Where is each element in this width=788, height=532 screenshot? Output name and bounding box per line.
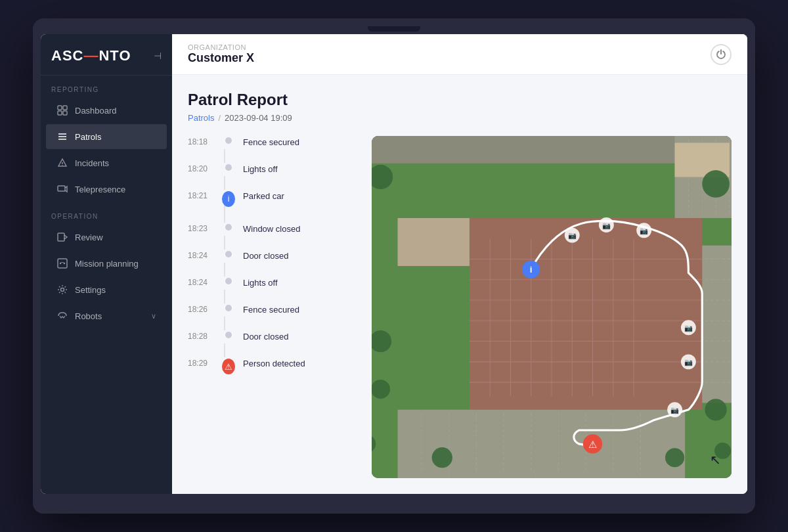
- timeline-dot-wrap: [222, 223, 235, 231]
- review-icon: [56, 231, 68, 243]
- sidebar-item-robots[interactable]: Robots ∨: [46, 303, 167, 328]
- sidebar-item-review[interactable]: Review: [46, 225, 167, 250]
- operation-section-label: OPERATION: [41, 202, 172, 224]
- timeline-dot-wrap: [222, 136, 235, 144]
- svg-point-12: [60, 263, 61, 264]
- patrols-icon: [56, 131, 68, 143]
- timeline-dot: [225, 137, 232, 144]
- sidebar-item-patrols[interactable]: Patrols: [46, 124, 167, 149]
- telepresence-icon: [56, 183, 68, 195]
- sidebar-logo: ASC—NTO ⊣: [41, 34, 172, 76]
- breadcrumb-patrols-link[interactable]: Patrols: [188, 113, 214, 123]
- timeline-label: Window closed: [243, 223, 300, 234]
- timeline-label: Parked car: [243, 190, 284, 201]
- cursor-icon: ↖: [710, 452, 721, 468]
- svg-text:⚠: ⚠: [588, 439, 597, 450]
- timeline-time: 18:23: [188, 223, 214, 233]
- review-label: Review: [75, 233, 103, 242]
- timeline-item[interactable]: 18:18 Fence secured: [188, 136, 359, 163]
- svg-text:📷: 📷: [602, 221, 611, 230]
- org-info: Organization Customer X: [188, 43, 254, 65]
- timeline-dot-wrap: i: [222, 190, 235, 207]
- mission-planning-icon: [56, 257, 68, 269]
- svg-rect-42: [398, 410, 686, 478]
- sidebar-item-settings[interactable]: Settings: [46, 277, 167, 302]
- timeline-dot-wrap: [222, 277, 235, 284]
- timeline-label: Lights off: [243, 277, 278, 288]
- sidebar-item-incidents[interactable]: Incidents: [46, 150, 167, 175]
- timeline-dot: [225, 332, 232, 338]
- timeline-item[interactable]: 18:28 Door closed: [188, 330, 359, 357]
- breadcrumb: Patrols / 2023-09-04 19:09: [188, 113, 732, 123]
- svg-text:📷: 📷: [684, 358, 693, 366]
- svg-rect-1: [63, 106, 67, 110]
- timeline-dot: [225, 251, 232, 257]
- timeline-dot-wrap: [222, 163, 235, 171]
- svg-rect-2: [58, 111, 62, 115]
- svg-point-67: [665, 448, 684, 467]
- settings-label: Settings: [75, 285, 106, 295]
- timeline-label: Door closed: [243, 330, 288, 342]
- sidebar-item-dashboard[interactable]: Dashboard: [46, 98, 167, 123]
- app-logo: ASC—NTO: [51, 47, 131, 64]
- svg-rect-11: [58, 259, 67, 268]
- laptop-screen: ASC—NTO ⊣ REPORTING Dashboard: [41, 34, 747, 494]
- timeline-time: 18:18: [188, 136, 214, 146]
- svg-text:📷: 📷: [670, 406, 680, 414]
- page-title: Patrol Report: [188, 91, 732, 109]
- map-panel[interactable]: i 📷 📷 📷 📷: [372, 136, 732, 478]
- svg-rect-25: [470, 218, 702, 410]
- timeline-time: 18:24: [188, 277, 214, 287]
- robots-icon: [56, 310, 68, 322]
- timeline-label: Lights off: [243, 163, 278, 174]
- timeline-label: Door closed: [243, 250, 288, 261]
- svg-point-8: [62, 165, 62, 166]
- timeline-time: 18:21: [188, 190, 214, 200]
- timeline-dot: [225, 164, 232, 171]
- collapse-button[interactable]: ⊣: [154, 51, 162, 61]
- org-label: Organization: [188, 43, 254, 51]
- sidebar-item-telepresence[interactable]: Telepresence: [46, 177, 167, 202]
- timeline-item[interactable]: 18:29 ⚠ Person detected: [188, 357, 359, 390]
- dashboard-label: Dashboard: [75, 106, 117, 116]
- timeline-item[interactable]: 18:21 i Parked car: [188, 190, 359, 223]
- timeline-label: Person detected: [243, 357, 305, 368]
- timeline-item[interactable]: 18:26 Fence secured: [188, 303, 359, 330]
- timeline-dot: [225, 224, 232, 231]
- timeline-item[interactable]: 18:24 Lights off: [188, 277, 359, 303]
- timeline-dot: [225, 305, 232, 311]
- timeline-time: 18:24: [188, 250, 214, 260]
- svg-text:📷: 📷: [568, 231, 577, 240]
- settings-icon: [56, 284, 68, 296]
- timeline-item[interactable]: 18:23 Window closed: [188, 223, 359, 250]
- svg-text:📷: 📷: [640, 227, 649, 235]
- map-svg: i 📷 📷 📷 📷: [372, 136, 732, 478]
- incidents-label: Incidents: [75, 158, 109, 168]
- robots-label: Robots: [75, 311, 102, 321]
- top-bar: Organization Customer X: [172, 34, 747, 75]
- timeline-dot-wrap: [222, 330, 235, 338]
- aerial-map: i 📷 📷 📷 📷: [372, 136, 732, 478]
- dashboard-icon: [56, 104, 68, 116]
- svg-point-61: [702, 170, 730, 198]
- sidebar-item-mission-planning[interactable]: Mission planning: [46, 251, 167, 276]
- timeline-dot-wrap: [222, 250, 235, 257]
- timeline-time: 18:26: [188, 303, 214, 314]
- content-area: Patrol Report Patrols / 2023-09-04 19:09…: [172, 75, 747, 494]
- main-content: Organization Customer X Patrol Report Pa…: [172, 34, 747, 494]
- timeline-dot-wrap: [222, 303, 235, 311]
- timeline-time: 18:29: [188, 357, 214, 368]
- breadcrumb-current: 2023-09-04 19:09: [225, 113, 292, 123]
- reporting-section-label: REPORTING: [41, 76, 172, 97]
- laptop-notch: [368, 26, 420, 32]
- timeline-item[interactable]: 18:24 Door closed: [188, 250, 359, 277]
- power-button[interactable]: [711, 44, 732, 65]
- svg-rect-41: [398, 218, 470, 266]
- svg-text:📷: 📷: [684, 324, 693, 332]
- timeline-label: Fence secured: [243, 303, 299, 315]
- timeline-dot-alert: ⚠: [222, 359, 235, 374]
- timeline-dot-wrap: ⚠: [222, 357, 235, 374]
- svg-rect-10: [58, 233, 64, 241]
- timeline-item[interactable]: 18:20 Lights off: [188, 163, 359, 190]
- robots-expand-icon: ∨: [151, 312, 156, 321]
